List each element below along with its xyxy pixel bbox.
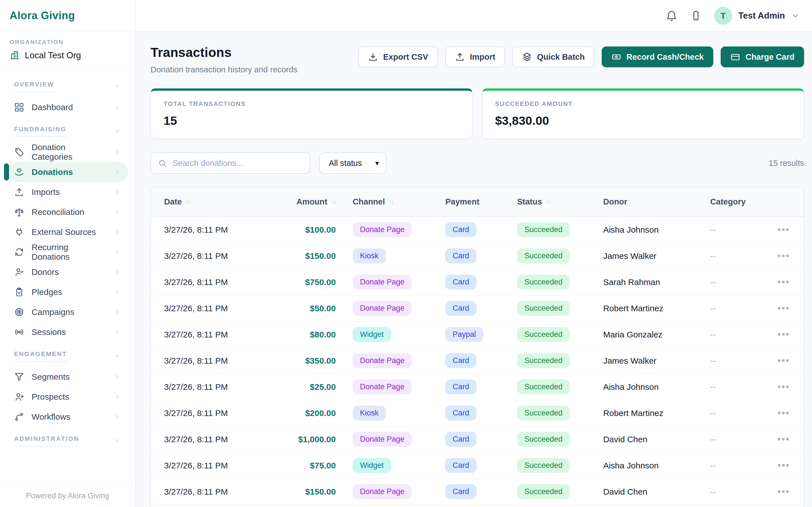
sidebar-section-administration[interactable]: ADMINISTRATION — [7, 435, 128, 446]
sidebar-item-label: External Sources — [32, 227, 96, 237]
status-badge: Succeeded — [517, 275, 570, 289]
table-row[interactable]: 3/27/26, 8:11 PM$25.00Donate PageCardSuc… — [151, 374, 804, 400]
row-actions-button[interactable]: ••• — [777, 302, 790, 313]
charge-card-button[interactable]: Charge Card — [721, 47, 804, 67]
cell-amount: $1,000.00 — [275, 426, 336, 452]
payment-badge: Paypal — [445, 327, 483, 342]
cell-category: -- — [693, 295, 765, 321]
row-actions-button[interactable]: ••• — [777, 276, 790, 287]
sidebar-item-dashboard[interactable]: Dashboard — [7, 97, 128, 117]
row-actions-button[interactable]: ••• — [777, 355, 790, 365]
bell-icon[interactable] — [666, 10, 677, 22]
table-row[interactable]: 3/27/26, 8:11 PM$200.00KioskCardSucceede… — [151, 400, 804, 426]
chevron-down-icon — [114, 82, 121, 91]
sidebar-item-external-sources[interactable]: External Sources — [7, 222, 128, 242]
organization-current[interactable]: Local Test Org — [10, 50, 125, 61]
column-label: Channel — [353, 197, 385, 207]
cell-donor: David Chen — [586, 478, 693, 505]
cell-payment: Card — [428, 348, 500, 374]
cell-amount: $200.00 — [275, 400, 336, 426]
table-row[interactable]: 3/27/26, 8:11 PM$150.00Donate PageCardSu… — [151, 478, 804, 505]
row-actions-button[interactable]: ••• — [777, 224, 790, 235]
sidebar-item-label: Pledges — [32, 287, 62, 297]
row-actions-button[interactable]: ••• — [777, 460, 790, 470]
sidebar-item-recurring-donations[interactable]: Recurring Donations — [7, 242, 128, 262]
sidebar-item-workflows[interactable]: Workflows — [7, 407, 128, 427]
table-row[interactable]: 3/27/26, 8:11 PM$100.00Donate PageCardSu… — [151, 217, 804, 243]
row-actions-button[interactable]: ••• — [777, 329, 790, 339]
table-row[interactable]: 3/27/26, 8:11 PM$150.00KioskCardSucceede… — [151, 243, 804, 269]
cell-amount: $750.00 — [275, 269, 336, 295]
sidebar-item-donors[interactable]: Donors — [7, 262, 128, 282]
cell-actions: ••• — [765, 295, 804, 321]
column-label: Status — [517, 197, 542, 207]
sidebar-item-prospects[interactable]: Prospects — [7, 387, 128, 407]
button-label: Charge Card — [746, 52, 795, 62]
row-actions-button[interactable]: ••• — [777, 407, 790, 418]
table-row[interactable]: 3/27/26, 8:11 PM$50.00Donate PageCardSuc… — [151, 295, 804, 321]
cell-actions: ••• — [765, 426, 804, 452]
sidebar-item-sessions[interactable]: Sessions — [7, 322, 128, 342]
cell-donor: Robert Martinez — [586, 295, 693, 321]
record-cash-check-button[interactable]: Record Cash/Check — [602, 47, 713, 67]
sidebar-item-reconciliation[interactable]: Reconciliation — [7, 202, 128, 222]
row-actions-button[interactable]: ••• — [777, 434, 790, 444]
sidebar-section-overview[interactable]: OVERVIEW — [7, 81, 128, 92]
cell-actions: ••• — [765, 400, 804, 426]
sidebar-section-fundraising[interactable]: FUNDRAISING — [7, 126, 128, 137]
export-csv-button[interactable]: Export CSV — [358, 47, 438, 67]
sidebar-section-engagement[interactable]: ENGAGEMENT — [7, 350, 128, 362]
cell-payment: Card — [428, 295, 500, 321]
sidebar-item-donation-categories[interactable]: Donation Categories — [7, 142, 128, 162]
column-label: Date — [164, 197, 182, 207]
row-actions-button[interactable]: ••• — [777, 381, 790, 392]
cell-payment: Card — [428, 505, 500, 507]
column-header-inner: Date↑↓ — [164, 197, 275, 207]
sidebar-item-imports[interactable]: Imports — [7, 182, 128, 202]
row-actions-button[interactable]: ••• — [777, 250, 790, 261]
cell-category: -- — [693, 243, 765, 269]
cell-status: Succeeded — [500, 374, 586, 400]
table-row[interactable]: 3/27/26, 8:11 PM$750.00Donate PageCardSu… — [151, 269, 804, 295]
table-row[interactable]: 3/27/26, 8:11 PM$1,000.00Donate PageCard… — [151, 426, 804, 452]
sidebar-item-donations[interactable]: Donations — [7, 162, 128, 182]
cell-actions: ••• — [765, 217, 804, 243]
quick-batch-button[interactable]: Quick Batch — [512, 47, 594, 67]
powered-by-text: Powered by Alora Giving — [26, 492, 109, 500]
sidebar-footer: Powered by Alora Giving — [0, 484, 135, 507]
table-row[interactable]: 3/27/26, 8:11 PM$80.00WidgetPaypalSuccee… — [151, 321, 804, 348]
status-filter[interactable]: All status — [319, 152, 386, 174]
cell-payment: Card — [428, 217, 500, 243]
table-row[interactable]: 3/27/26, 8:11 PM$350.00Donate PageCardSu… — [151, 348, 804, 374]
column-header-date[interactable]: Date↑↓ — [151, 187, 275, 217]
column-header-category: Category — [693, 187, 765, 217]
column-header-channel[interactable]: Channel↑↓ — [336, 187, 428, 217]
table-row[interactable]: 3/27/26, 8:11 PM$75.00WidgetCardSucceede… — [151, 452, 804, 478]
import-button[interactable]: Import — [445, 47, 505, 67]
sidebar-nav: OVERVIEWDashboardFUNDRAISINGDonation Cat… — [0, 69, 135, 446]
column-header-amount[interactable]: Amount↑↓ — [275, 187, 336, 217]
user-menu[interactable]: T Test Admin — [714, 7, 800, 25]
table-row[interactable]: 3/27/26, 8:11 PM$50.00KioskCardSucceeded… — [151, 505, 804, 507]
sidebar-item-campaigns[interactable]: Campaigns — [7, 302, 128, 322]
smartphone-icon[interactable] — [690, 10, 702, 22]
cell-status: Succeeded — [500, 321, 586, 348]
cell-date: 3/27/26, 8:11 PM — [151, 348, 275, 374]
sidebar-item-segments[interactable]: Segments — [7, 367, 128, 387]
search-input[interactable] — [151, 152, 310, 174]
chevron-right-icon — [114, 168, 121, 176]
column-header-status[interactable]: Status↑↓ — [500, 187, 586, 217]
topbar: T Test Admin — [136, 0, 812, 32]
channel-badge: Donate Page — [353, 222, 412, 237]
column-header-inner: Amount↑↓ — [292, 197, 336, 207]
app-logo: Alora Giving — [0, 0, 135, 32]
status-badge: Succeeded — [517, 301, 570, 316]
chevron-right-icon — [114, 209, 121, 216]
row-actions-button[interactable]: ••• — [777, 486, 790, 497]
cell-channel: Widget — [336, 452, 428, 478]
column-header-actions — [765, 187, 804, 217]
sidebar-item-pledges[interactable]: Pledges — [7, 282, 128, 302]
column-header-inner: Donor — [603, 197, 693, 207]
cell-date: 3/27/26, 8:11 PM — [151, 243, 275, 269]
search-icon — [158, 159, 167, 168]
